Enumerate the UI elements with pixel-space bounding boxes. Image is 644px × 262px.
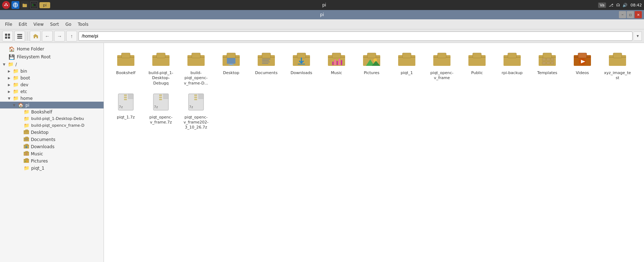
menu-tools[interactable]: Tools xyxy=(75,21,91,28)
file-item-rpi-backup[interactable]: rpi-backup xyxy=(496,49,528,88)
svg-rect-103 xyxy=(194,99,197,100)
svg-rect-54 xyxy=(337,61,338,65)
tree-item-etc[interactable]: ▶ 📁 etc xyxy=(0,88,104,95)
filesystem-root-icon: 💾 xyxy=(9,54,15,60)
tree-item-boot[interactable]: ▶ 📁 boot xyxy=(0,74,104,81)
tree-item-bin[interactable]: ▶ 📁 bin xyxy=(0,68,104,74)
menu-file[interactable]: File xyxy=(2,21,15,28)
icon-view-button[interactable] xyxy=(2,31,13,42)
svg-rect-12 xyxy=(8,37,10,39)
file-name-build-opencv: build-piqt_openc-v_frame-D... xyxy=(182,71,210,86)
minimize-button[interactable]: － xyxy=(619,11,626,18)
tree-item-build-opencv[interactable]: ▶ 📁 build-piqt_opencv_frame-D xyxy=(0,122,104,129)
tree-item-documents[interactable]: ▶ Documents xyxy=(0,136,104,143)
file-item-piqt-opencv-frame[interactable]: piqt_openc-v_frame xyxy=(426,49,458,88)
expand-pi: ▼ xyxy=(13,103,17,107)
sidebar-item-home-folder[interactable]: 🏠 Home Folder xyxy=(1,45,102,53)
svg-rect-63 xyxy=(402,53,411,58)
tree-item-dev[interactable]: ▶ 📁 dev xyxy=(0,81,104,88)
file-name-piqt1: piqt_1 xyxy=(401,71,413,76)
folder-icon-downloads-sidebar xyxy=(24,144,29,150)
menu-go[interactable]: Go xyxy=(62,21,74,28)
tree-item-pi[interactable]: ▼ 🏠 pi xyxy=(0,102,104,108)
forward-button[interactable]: → xyxy=(54,31,65,42)
svg-rect-56 xyxy=(341,60,342,65)
list-view-button[interactable] xyxy=(14,31,25,42)
tree-item-music[interactable]: ▶ ♫ Music xyxy=(0,150,104,157)
file-item-pictures[interactable]: Pictures xyxy=(356,49,388,88)
file-item-music[interactable]: Music xyxy=(320,49,353,88)
tree-item-root[interactable]: ▼ 📁 / xyxy=(0,61,104,68)
file-item-public[interactable]: Public xyxy=(461,49,493,88)
close-button[interactable]: ✕ xyxy=(635,11,642,18)
menu-view[interactable]: View xyxy=(30,21,46,28)
files-icon[interactable] xyxy=(21,1,29,9)
archive-icon-piqt-opencv-2023-7z: 7z xyxy=(188,93,204,113)
up-button[interactable]: ↑ xyxy=(66,31,77,42)
window-controls: － □ ✕ xyxy=(619,11,642,18)
svg-rect-79 xyxy=(578,53,587,58)
file-item-piqt1-7z[interactable]: 7z piqt_1.7z xyxy=(110,91,142,132)
folder-icon-pictures xyxy=(24,158,29,164)
home-folder-icon: 🏠 xyxy=(9,46,15,52)
file-item-piqt-opencv-7z[interactable]: 7z piqt_openc-v_frame.7z xyxy=(145,91,177,132)
file-name-desktop: Desktop xyxy=(223,71,239,76)
svg-rect-11 xyxy=(5,37,7,39)
file-name-piqt-opencv-2023-7z: piqt_openc-v_frame202-3_10_26.7z xyxy=(182,115,210,130)
folder-icon-root: 📁 xyxy=(8,62,14,67)
tree-item-downloads-sidebar[interactable]: ▶ Downloads xyxy=(0,143,104,150)
folder-icon-templates-main xyxy=(538,51,557,69)
svg-rect-100 xyxy=(199,94,204,99)
svg-rect-14 xyxy=(17,36,22,37)
svg-rect-40 xyxy=(228,64,234,65)
menu-sort[interactable]: Sort xyxy=(47,21,62,28)
maximize-button[interactable]: □ xyxy=(627,11,634,18)
expand-dev: ▶ xyxy=(8,83,12,87)
raspberry-icon[interactable] xyxy=(2,1,10,9)
file-item-downloads[interactable]: Downloads xyxy=(285,49,318,88)
expand-etc: ▶ xyxy=(8,90,12,93)
svg-rect-43 xyxy=(262,59,271,59)
file-item-piqt-opencv-2023-7z[interactable]: 7z piqt_openc-v_frame202-3_10_26.7z xyxy=(180,91,212,132)
svg-rect-23 xyxy=(25,144,28,145)
tree-item-home[interactable]: ▼ 📁 home xyxy=(0,95,104,102)
taskbar-window-pi[interactable]: pi xyxy=(39,2,50,8)
browser-icon[interactable] xyxy=(11,1,19,9)
folder-icon-build-piqt1-main xyxy=(152,51,170,69)
address-bar[interactable] xyxy=(78,31,633,41)
menu-edit[interactable]: Edit xyxy=(16,21,30,28)
home-button[interactable] xyxy=(30,31,40,42)
file-item-build-opencv[interactable]: build-piqt_openc-v_frame-D... xyxy=(180,49,212,88)
tree-item-piqt1-sidebar[interactable]: ▶ 📁 piqt_1 xyxy=(0,165,104,171)
svg-rect-65 xyxy=(438,53,446,58)
address-dropdown-button[interactable]: ▼ xyxy=(634,31,642,41)
folder-icon-documents xyxy=(24,137,29,142)
tree-item-desktop[interactable]: ▶ Desktop xyxy=(0,129,104,136)
svg-rect-37 xyxy=(227,53,235,58)
file-item-videos[interactable]: Videos xyxy=(566,49,598,88)
back-button[interactable]: ← xyxy=(42,31,53,42)
file-item-bookshelf[interactable]: Bookshelf xyxy=(110,49,142,88)
svg-rect-69 xyxy=(508,53,516,58)
svg-rect-93 xyxy=(163,94,168,99)
tree-item-bookshelf[interactable]: ▶ 📁 Bookshelf xyxy=(0,108,104,115)
file-item-desktop[interactable]: Desktop xyxy=(215,49,247,88)
tree-item-pictures[interactable]: ▶ Pictures xyxy=(0,157,104,165)
folder-icon-videos-main xyxy=(573,51,592,69)
folder-icon-boot: 📁 xyxy=(13,75,19,81)
folder-icon-home: 📁 xyxy=(13,96,19,101)
sidebar: 🏠 Home Folder 💾 Filesystem Root ▼ 📁 / ▶ … xyxy=(0,43,104,262)
file-item-documents[interactable]: Documents xyxy=(250,49,282,88)
file-item-xyz-image-test[interactable]: xyz_image_test xyxy=(601,49,634,88)
svg-rect-87 xyxy=(124,94,127,96)
svg-text:7z: 7z xyxy=(119,105,123,109)
svg-rect-19 xyxy=(25,137,28,138)
tree-item-build-piqt1[interactable]: ▶ 📁 build-piqt_1-Desktop-Debu xyxy=(0,115,104,122)
file-item-build-piqt1[interactable]: build-piqt_1-Desktop-Debugq xyxy=(145,49,177,88)
svg-rect-46 xyxy=(262,63,268,64)
sidebar-item-filesystem-root[interactable]: 💾 Filesystem Root xyxy=(1,53,102,61)
file-item-templates[interactable]: Templates xyxy=(531,49,563,88)
terminal-icon[interactable]: $_ xyxy=(30,1,38,9)
file-item-piqt1[interactable]: piqt_1 xyxy=(391,49,423,88)
folder-icon-documents-main xyxy=(257,51,276,69)
